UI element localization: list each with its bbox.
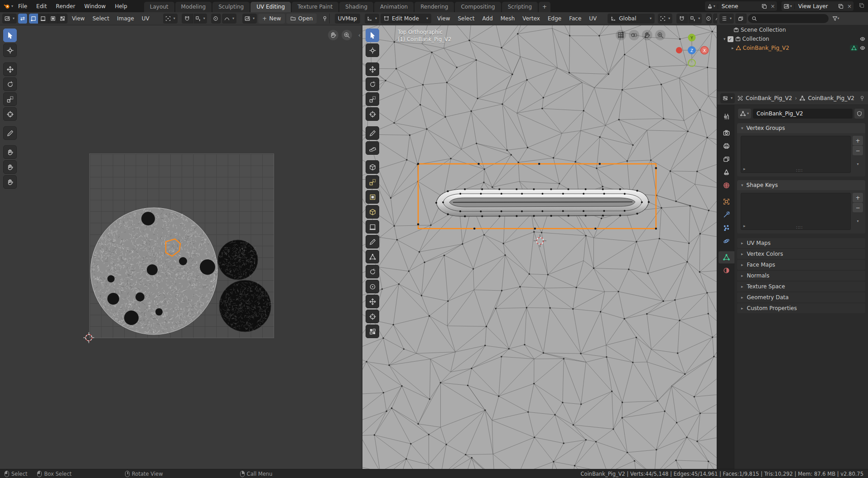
- tool-scale[interactable]: [366, 92, 379, 106]
- viewport-editor-type-button[interactable]: ▾: [365, 14, 379, 24]
- menu-window[interactable]: Window: [80, 1, 110, 11]
- tool-edge-slide[interactable]: [366, 295, 379, 308]
- uv-sync-selection-toggle[interactable]: ⇄: [18, 14, 28, 24]
- list-expander-icon[interactable]: ▸: [743, 224, 746, 228]
- tab-object-data[interactable]: [719, 251, 734, 263]
- uv-menu-select[interactable]: Select: [89, 14, 112, 23]
- panel-header-face-maps[interactable]: ▸Face Maps: [737, 260, 865, 270]
- workspace-tab-layout[interactable]: Layout: [144, 2, 174, 12]
- uv-select-vertex-button[interactable]: [29, 14, 39, 24]
- panel-header-geometry-data[interactable]: ▸Geometry Data: [737, 292, 865, 302]
- axis-y-negative[interactable]: [688, 59, 695, 67]
- menu-help[interactable]: Help: [111, 1, 131, 11]
- outliner-editor-type-button[interactable]: ▾: [719, 14, 734, 24]
- tool-pinch[interactable]: [3, 175, 17, 189]
- menu-edit[interactable]: Edit: [32, 1, 51, 11]
- workspace-tab-texture-paint[interactable]: Texture Paint: [292, 2, 338, 12]
- proportional-editing-toggle[interactable]: [706, 14, 712, 24]
- tab-physics[interactable]: [719, 235, 734, 247]
- vp-menu-face[interactable]: Face: [566, 14, 584, 23]
- workspace-tab-scripting[interactable]: Scripting: [502, 2, 538, 12]
- tab-material[interactable]: [719, 264, 734, 277]
- uv-snap-toggle[interactable]: [182, 14, 193, 24]
- view-layer-name-field[interactable]: View Layer: [795, 3, 836, 10]
- outliner-display-mode-button[interactable]: [735, 14, 747, 24]
- workspace-tab-shading[interactable]: Shading: [339, 2, 373, 12]
- vp-pan-button[interactable]: [642, 30, 652, 40]
- tool-rotate[interactable]: [3, 77, 17, 91]
- transform-orientation-dropdown[interactable]: Global ▾: [608, 14, 655, 24]
- scene-unlink-button[interactable]: ×: [769, 3, 777, 10]
- collection-checkbox[interactable]: ✓: [728, 36, 733, 42]
- panel-header-vertex-groups[interactable]: ▾ Vertex Groups: [737, 123, 865, 133]
- topbar-extra-button[interactable]: [859, 3, 864, 10]
- vp-menu-select[interactable]: Select: [455, 14, 478, 23]
- tab-render[interactable]: [719, 127, 734, 139]
- uv-snap-settings-button[interactable]: ▾: [193, 14, 207, 24]
- tab-particles[interactable]: [719, 222, 734, 234]
- vp-shading-button[interactable]: [629, 30, 639, 40]
- breadcrumb-data[interactable]: CoinBank_Pig_V2: [808, 95, 854, 101]
- scene-browse-button[interactable]: ▾: [705, 4, 718, 9]
- blender-logo-icon[interactable]: [4, 3, 10, 10]
- vp-menu-uv[interactable]: UV: [586, 14, 600, 23]
- tab-world[interactable]: [719, 179, 734, 191]
- properties-pin-button[interactable]: [859, 96, 865, 101]
- panel-header-vertex-colors[interactable]: ▸Vertex Colors: [737, 249, 865, 259]
- panel-header-custom-properties[interactable]: ▸Custom Properties: [737, 303, 865, 313]
- uv-proportional-editing-toggle[interactable]: [211, 14, 221, 24]
- tool-annotate[interactable]: [366, 126, 379, 140]
- image-browse-button[interactable]: ▾: [242, 14, 257, 24]
- tab-tool[interactable]: [719, 110, 734, 123]
- mesh-datablock-browse-button[interactable]: ▾: [738, 109, 751, 119]
- disclosure-triangle-icon[interactable]: ▸: [732, 46, 734, 50]
- tool-inset-faces[interactable]: [366, 190, 379, 204]
- tool-transform[interactable]: [3, 107, 17, 121]
- vp-menu-edge[interactable]: Edge: [545, 14, 564, 23]
- breadcrumb-object[interactable]: CoinBank_Pig_V2: [746, 95, 792, 101]
- tool-shrink-flatten[interactable]: [366, 310, 379, 323]
- outliner-filter-button[interactable]: ▾: [830, 14, 841, 24]
- fake-user-button[interactable]: [854, 109, 864, 119]
- tool-smooth[interactable]: [366, 280, 379, 293]
- tool-scale[interactable]: [3, 92, 17, 106]
- tool-cursor[interactable]: [3, 43, 17, 57]
- tool-move[interactable]: [366, 62, 379, 76]
- tool-annotate[interactable]: [3, 126, 17, 140]
- view-layer-copy-button[interactable]: [836, 4, 845, 9]
- tool-tweak[interactable]: [3, 29, 17, 42]
- tool-rotate[interactable]: [366, 77, 379, 91]
- tool-loop-cut[interactable]: [366, 220, 379, 234]
- image-new-button[interactable]: + New: [258, 14, 285, 24]
- tool-relax[interactable]: [3, 160, 17, 174]
- uv-select-island-button[interactable]: [58, 14, 68, 24]
- snap-toggle[interactable]: [676, 14, 688, 24]
- navigation-gizmo[interactable]: Y X Z: [673, 32, 710, 69]
- tab-modifiers[interactable]: [719, 209, 734, 221]
- vp-grid-toggle-button[interactable]: [616, 30, 626, 40]
- tool-move[interactable]: [3, 62, 17, 76]
- workspace-tab-modeling[interactable]: Modeling: [175, 2, 212, 12]
- uv-pan-button[interactable]: [328, 30, 338, 40]
- tool-extrude-region[interactable]: [366, 175, 379, 189]
- panel-header-shape-keys[interactable]: ▾ Shape Keys: [737, 180, 865, 190]
- vp-zoom-button[interactable]: [655, 30, 665, 40]
- uv-select-face-button[interactable]: [48, 14, 58, 24]
- add-workspace-button[interactable]: +: [539, 2, 550, 12]
- tool-spin[interactable]: [366, 265, 379, 278]
- eye-icon[interactable]: [860, 36, 865, 42]
- uv-map-name-field[interactable]: UVMap: [335, 14, 360, 24]
- panel-header-normals[interactable]: ▸Normals: [737, 271, 865, 281]
- vertex-groups-list[interactable]: [741, 136, 851, 173]
- list-expander-icon[interactable]: ▸: [743, 167, 746, 171]
- scene-name-field[interactable]: Scene: [718, 3, 760, 10]
- workspace-tab-animation[interactable]: Animation: [374, 2, 414, 12]
- view-layer-browse-button[interactable]: ▾: [781, 4, 795, 9]
- disclosure-triangle-icon[interactable]: ▾: [723, 37, 726, 41]
- workspace-tab-compositing[interactable]: Compositing: [455, 2, 501, 12]
- tool-tweak[interactable]: [366, 29, 379, 42]
- workspace-tab-uv-editing[interactable]: UV Editing: [251, 2, 291, 12]
- axis-x-negative[interactable]: [676, 47, 682, 53]
- scene-copy-button[interactable]: [760, 4, 769, 9]
- shape-key-add-button[interactable]: +: [853, 193, 863, 202]
